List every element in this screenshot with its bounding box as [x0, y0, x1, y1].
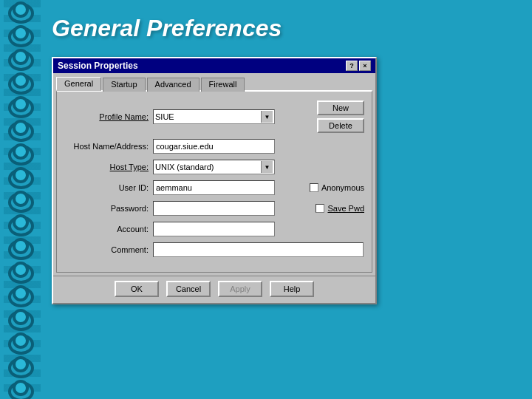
close-titlebar-button[interactable]: × [359, 61, 371, 71]
profile-name-dropdown-arrow[interactable]: ▼ [261, 111, 273, 123]
host-name-row: Host Name/Address: [64, 139, 364, 154]
page-title: General Preferences [52, 15, 517, 42]
profile-name-row: Profile Name: SIUE ▼ New Delete [64, 100, 364, 133]
new-button[interactable]: New [317, 100, 364, 115]
host-name-control [153, 139, 313, 154]
tab-startup[interactable]: Startup [103, 78, 145, 92]
help-titlebar-button[interactable]: ? [346, 61, 358, 71]
comment-input[interactable] [153, 242, 364, 257]
host-name-label: Host Name/Address: [64, 142, 153, 151]
left-border-decoration [0, 0, 44, 399]
dialog-titlebar: Session Properties ? × [53, 58, 375, 73]
tab-general[interactable]: General [56, 77, 101, 91]
session-properties-dialog: Session Properties ? × General Startup A… [52, 57, 377, 304]
comment-control [153, 242, 364, 257]
password-control: Save Pwd [153, 201, 364, 216]
profile-side-buttons: New Delete [317, 100, 364, 133]
chain-links [6, 0, 35, 399]
ok-button[interactable]: OK [115, 281, 159, 297]
profile-name-label: Profile Name: [64, 112, 153, 121]
titlebar-buttons: ? × [346, 61, 371, 71]
apply-button[interactable]: Apply [218, 281, 262, 297]
account-input[interactable] [153, 222, 275, 236]
comment-row: Comment: [64, 242, 364, 257]
dialog-title: Session Properties [58, 61, 138, 71]
delete-button[interactable]: Delete [317, 118, 364, 133]
cancel-button[interactable]: Cancel [166, 281, 211, 297]
tab-advanced[interactable]: Advanced [147, 78, 200, 92]
account-control [153, 222, 313, 236]
user-id-control: Anonymous [153, 180, 364, 195]
password-label: Password: [64, 204, 153, 213]
host-type-row: Host Type: UNIX (standard) ▼ [64, 160, 364, 174]
host-type-value: UNIX (standard) [155, 163, 214, 171]
anonymous-label: Anonymous [321, 183, 364, 192]
profile-name-control: SIUE ▼ [153, 109, 313, 124]
savepwd-label: Save Pwd [327, 204, 364, 213]
dialog-bottom-buttons: OK Cancel Apply Help [53, 276, 375, 303]
host-name-input[interactable] [153, 139, 275, 154]
savepwd-checkbox-area: Save Pwd [316, 204, 364, 213]
host-type-label: Host Type: [64, 163, 153, 171]
profile-name-select[interactable]: SIUE ▼ [153, 109, 275, 124]
profile-name-value: SIUE [155, 112, 174, 121]
main-content: General Preferences Session Properties ?… [44, 0, 532, 399]
tabs-container: General Startup Advanced Firewall [53, 73, 375, 90]
anonymous-checkbox-area: Anonymous [310, 183, 364, 192]
comment-label: Comment: [64, 245, 153, 254]
user-id-label: User ID: [64, 183, 153, 192]
dialog-body: Profile Name: SIUE ▼ New Delete Host Nam… [56, 90, 372, 273]
host-type-dropdown-arrow[interactable]: ▼ [261, 161, 273, 173]
help-button[interactable]: Help [270, 281, 314, 297]
host-type-select[interactable]: UNIX (standard) ▼ [153, 160, 275, 174]
account-row: Account: [64, 222, 364, 236]
user-id-row: User ID: Anonymous [64, 180, 364, 195]
password-row: Password: Save Pwd [64, 201, 364, 216]
password-input[interactable] [153, 201, 275, 216]
tab-firewall[interactable]: Firewall [201, 78, 245, 92]
account-label: Account: [64, 225, 153, 233]
host-type-control: UNIX (standard) ▼ [153, 160, 313, 174]
anonymous-checkbox[interactable] [310, 183, 318, 192]
user-id-input[interactable] [153, 180, 275, 195]
savepwd-checkbox[interactable] [316, 204, 324, 213]
